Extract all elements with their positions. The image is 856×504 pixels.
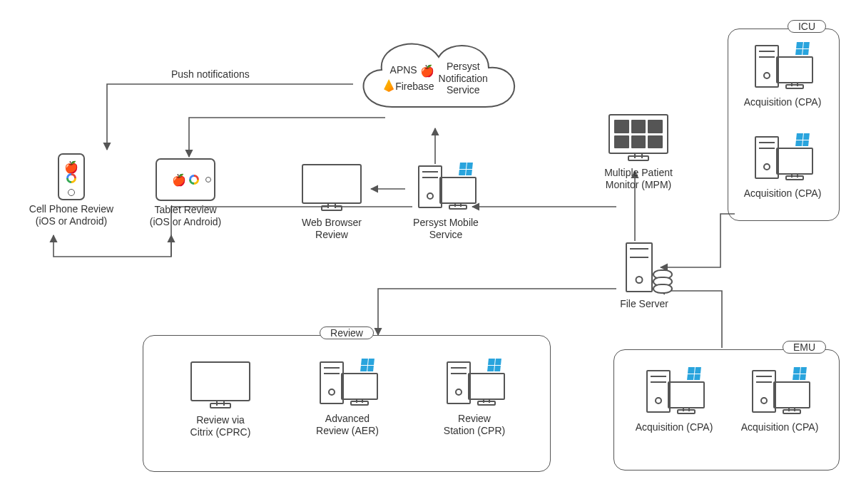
apns-label: APNS <box>390 64 417 76</box>
workstation-icon <box>750 136 815 179</box>
windows-icon <box>459 163 473 175</box>
windows-icon <box>795 133 810 146</box>
push-notifications-label: Push notifications <box>171 68 250 80</box>
node-icu-cpa-1: Acquisition (CPA) <box>740 45 825 108</box>
workstation-icon <box>748 370 812 413</box>
node-tablet-review: 🍎 Tablet Review(iOS or Android) <box>136 158 235 228</box>
windows-icon <box>487 359 501 371</box>
cloud-service-name: Persyst Notification Service <box>439 61 488 96</box>
workstation-icon <box>642 370 706 413</box>
workstation-icon <box>414 165 478 208</box>
node-cell-phone-review: 🍎 Cell Phone Review(iOS or Android) <box>29 153 114 227</box>
group-review: Review Review viaCitrix (CPRC) AdvancedR… <box>143 335 551 472</box>
node-persyst-mobile-service: Persyst MobileService <box>403 165 489 241</box>
apple-icon: 🍎 <box>420 65 434 77</box>
google-icon <box>66 173 76 183</box>
node-mpm: Multiple PatientMonitor (MPM) <box>592 114 685 191</box>
server-icon <box>623 242 666 295</box>
firebase-label: Firebase <box>395 81 434 92</box>
mpm-grid-icon <box>614 120 663 148</box>
workstation-icon <box>750 45 815 88</box>
group-tag-emu: EMU <box>783 341 826 354</box>
node-emu-cpa-2: Acquisition (CPA) <box>737 370 822 433</box>
cloud-services-left: APNS 🍎 Firebase <box>384 63 434 94</box>
group-tag-review: Review <box>320 326 374 339</box>
apple-icon: 🍎 <box>64 161 78 173</box>
monitor-icon <box>190 361 250 401</box>
node-review-aer: AdvancedReview (AER) <box>297 361 397 437</box>
cloud-notification: APNS 🍎 Firebase Persyst Notification Ser… <box>342 29 528 128</box>
google-icon <box>189 175 199 185</box>
node-icu-cpa-2: Acquisition (CPA) <box>740 136 825 200</box>
node-emu-cpa-1: Acquisition (CPA) <box>631 370 717 433</box>
apple-icon: 🍎 <box>172 173 186 187</box>
monitor-icon <box>608 114 668 154</box>
diagram-canvas: APNS 🍎 Firebase Persyst Notification Ser… <box>0 0 856 504</box>
firebase-icon <box>384 79 394 92</box>
phone-icon: 🍎 <box>58 153 85 200</box>
monitor-icon <box>302 164 362 204</box>
database-icon <box>653 272 670 292</box>
group-emu: EMU Acquisition (CPA) Acquisition (CPA) <box>613 349 840 470</box>
group-tag-icu: ICU <box>788 20 826 33</box>
windows-icon <box>360 359 374 371</box>
windows-icon <box>795 42 810 55</box>
workstation-icon <box>315 361 379 404</box>
node-file-server: File Server <box>612 242 676 310</box>
group-icu: ICU Acquisition (CPA) Acquisition (CPA) <box>728 29 840 221</box>
node-review-citrix: Review viaCitrix (CPRC) <box>170 361 270 438</box>
node-web-browser-review: Web BrowserReview <box>285 164 378 241</box>
tablet-icon: 🍎 <box>156 158 215 201</box>
workstation-icon <box>442 361 506 404</box>
windows-icon <box>687 367 701 380</box>
windows-icon <box>793 367 807 380</box>
node-review-cpr: ReviewStation (CPR) <box>424 361 524 437</box>
